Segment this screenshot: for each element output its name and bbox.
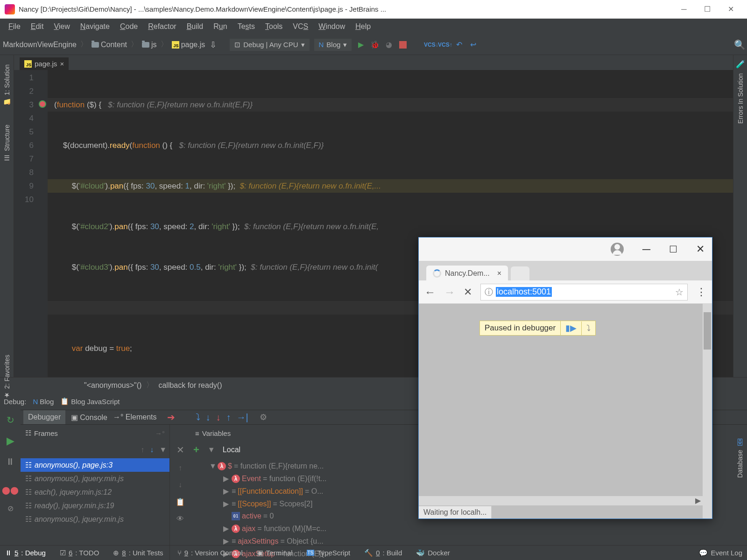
view-breakpoints-icon[interactable]: ⬤⬤ xyxy=(2,486,19,495)
minimize-button[interactable]: ─ xyxy=(672,2,696,16)
info-icon[interactable]: ⓘ xyxy=(485,287,493,298)
rerun-icon[interactable]: ↻ xyxy=(7,414,14,426)
stop-icon[interactable] xyxy=(398,40,408,49)
pause-icon[interactable]: ⏸ xyxy=(6,456,15,467)
search-icon[interactable]: 🔍 xyxy=(735,40,744,49)
menu-tools[interactable]: Tools xyxy=(261,21,287,33)
tab-debugger[interactable]: Debugger xyxy=(23,410,65,424)
breadcrumb-item[interactable]: Content xyxy=(92,41,127,49)
run-config-selector[interactable]: NBlog▾ xyxy=(314,39,352,51)
frame-up-icon[interactable]: ↑ xyxy=(141,446,144,454)
copy-icon[interactable]: 📋 xyxy=(176,497,185,506)
vcs-update-icon[interactable]: VCS↓ xyxy=(426,40,436,49)
breadcrumb-item[interactable]: js xyxy=(142,41,157,49)
debug-config-js[interactable]: 📋Blog JavaScript xyxy=(60,397,120,406)
tab-close-icon[interactable]: × xyxy=(60,60,64,68)
vcs-commit-icon[interactable]: VCS↑ xyxy=(440,40,450,49)
crumb[interactable]: "<anonymous>"() xyxy=(84,381,141,390)
bottom-build[interactable]: 🔨 0: Build xyxy=(364,549,402,557)
bottom-event-log[interactable]: 💬 Event Log xyxy=(699,549,742,557)
bottom-todo[interactable]: ☑ 6: TODO xyxy=(60,549,99,557)
tab-console[interactable]: ▣Console xyxy=(71,413,107,422)
bottom-terminal[interactable]: ▣ Terminal xyxy=(257,549,293,557)
debug-config[interactable]: NBlog xyxy=(33,398,54,406)
vertical-scrollbar[interactable] xyxy=(703,304,712,518)
browser-close-icon[interactable]: ✕ xyxy=(696,243,705,255)
address-input[interactable]: ⓘ localhost:5001 ☆ xyxy=(480,284,688,301)
step-out-icon[interactable]: ↑ xyxy=(226,412,231,423)
beaker-icon[interactable]: 🧪 xyxy=(736,60,745,69)
menu-build[interactable]: Build xyxy=(182,21,208,33)
bottom-typescript[interactable]: TS TypeScript xyxy=(307,549,351,557)
browser-menu-icon[interactable]: ⋮ xyxy=(696,286,706,298)
bottom-debug[interactable]: ⏸ 5: Debug xyxy=(5,549,46,557)
menu-navigate[interactable]: Navigate xyxy=(76,21,114,33)
revert-icon[interactable]: ↶ xyxy=(454,40,464,49)
menu-window[interactable]: Window xyxy=(314,21,350,33)
step-script-icon[interactable]: ⤵ xyxy=(581,322,595,335)
frame-down-icon[interactable]: ↓ xyxy=(150,446,154,454)
horizontal-scrollbar[interactable]: ▶ xyxy=(419,496,703,505)
frame-item[interactable]: ☷anonymous(), jquery.min.js xyxy=(21,512,169,526)
tool-errors[interactable]: Errors In Solution xyxy=(737,73,744,124)
force-step-into-icon[interactable]: ↓ xyxy=(216,412,221,423)
back-icon[interactable]: ← xyxy=(424,286,436,299)
build-config-selector[interactable]: ⊡Debug | Any CPU▾ xyxy=(230,39,309,51)
menu-refactor[interactable]: Refactor xyxy=(143,21,181,33)
browser-minimize-icon[interactable]: ─ xyxy=(642,243,650,256)
close-icon[interactable]: ✕ xyxy=(176,444,184,455)
menu-tests[interactable]: Tests xyxy=(233,21,260,33)
view-icon[interactable]: 👁 xyxy=(176,515,184,523)
browser-tab[interactable]: Nancy.Dem... × xyxy=(426,266,508,280)
expand-icon[interactable]: ▼ xyxy=(208,446,214,454)
maximize-button[interactable]: ☐ xyxy=(696,2,719,16)
frame-item[interactable]: ☷anonymous(), jquery.min.js xyxy=(21,472,169,485)
bottom-docker[interactable]: 🐳 Docker xyxy=(416,549,450,557)
filter-icon[interactable]: ▼ xyxy=(159,446,167,454)
debug-icon[interactable]: 🐞 xyxy=(370,40,380,49)
tool-solution[interactable]: 📁 1: Solution xyxy=(3,64,11,106)
tool-database[interactable]: Database xyxy=(736,450,744,478)
database-icon[interactable]: 🗄 xyxy=(736,439,744,447)
menu-help[interactable]: Help xyxy=(351,21,375,33)
show-exec-icon[interactable]: ➔ xyxy=(167,412,175,423)
bookmark-icon[interactable]: ☆ xyxy=(675,287,684,298)
breakpoint-icon[interactable] xyxy=(39,100,46,108)
local-scope[interactable]: Local xyxy=(223,446,240,454)
undo-icon[interactable]: ↩ xyxy=(468,40,478,49)
breakpoint-gutter[interactable] xyxy=(37,70,48,377)
forward-icon[interactable]: → xyxy=(444,286,455,299)
tab-close-icon[interactable]: × xyxy=(497,269,501,278)
menu-edit[interactable]: Edit xyxy=(26,21,49,33)
bottom-vcs[interactable]: ⑂ 9: Version Control xyxy=(177,549,243,557)
breadcrumb-item[interactable]: JSpage.js xyxy=(172,41,205,49)
tool-structure[interactable]: ☰ Structure xyxy=(3,125,11,161)
coverage-icon[interactable]: ◕ xyxy=(384,40,394,49)
menu-vcs[interactable]: VCS xyxy=(288,21,313,33)
close-button[interactable]: ✕ xyxy=(719,2,742,16)
menu-code[interactable]: Code xyxy=(115,21,142,33)
browser-maximize-icon[interactable]: ☐ xyxy=(669,244,677,255)
menu-run[interactable]: Run xyxy=(209,21,232,33)
menu-view[interactable]: View xyxy=(49,21,74,33)
run-icon[interactable]: ▶ xyxy=(356,40,366,49)
breadcrumb-item[interactable]: MarkdownViewEngine xyxy=(3,41,77,49)
frame-item[interactable]: ☷anonymous(), page.js:3 xyxy=(21,458,169,472)
stop-load-icon[interactable]: ✕ xyxy=(464,286,472,298)
tab-elements[interactable]: →° Elements xyxy=(113,413,157,421)
frame-item[interactable]: ☷ready(), jquery.min.js:19 xyxy=(21,499,169,512)
step-into-icon[interactable]: ↓ xyxy=(206,412,211,423)
tool-favorites[interactable]: ★ 2: Favorites xyxy=(3,355,11,399)
new-tab-button[interactable] xyxy=(511,266,529,280)
run-to-cursor-icon[interactable]: →| xyxy=(237,412,248,423)
profile-icon[interactable] xyxy=(611,243,624,256)
crumb[interactable]: callback for ready() xyxy=(158,381,222,390)
resume-script-icon[interactable]: ▮▶ xyxy=(560,321,581,335)
download-icon[interactable]: ⇩ xyxy=(210,40,217,50)
step-over-icon[interactable]: ⤵ xyxy=(196,412,200,423)
menu-file[interactable]: File xyxy=(4,21,25,33)
settings-icon[interactable]: ⚙ xyxy=(260,412,267,422)
editor-tab[interactable]: JSpage.js× xyxy=(20,57,69,70)
frame-item[interactable]: ☷each(), jquery.min.js:12 xyxy=(21,485,169,499)
resume-icon[interactable]: ▶ xyxy=(7,435,14,447)
